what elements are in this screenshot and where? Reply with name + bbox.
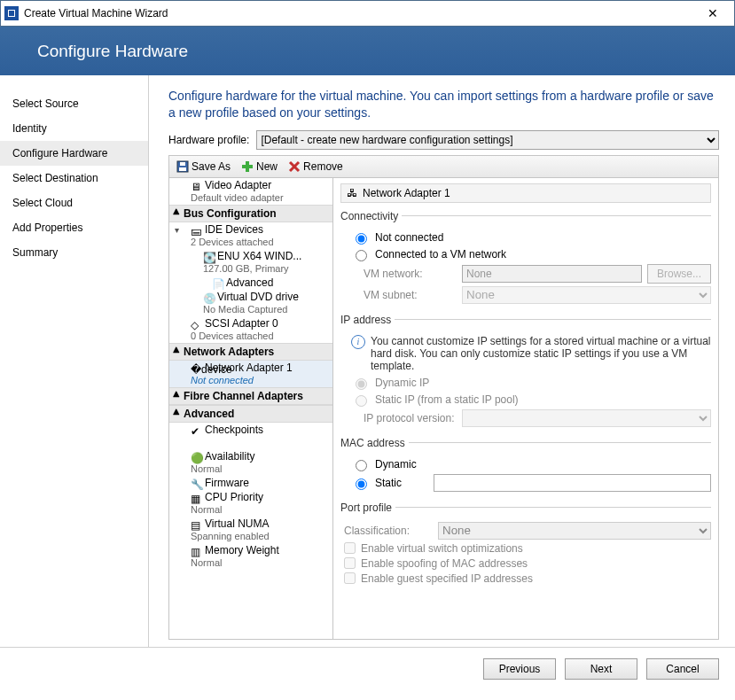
mac-address-field[interactable]	[434, 474, 711, 492]
dvd-icon: 💿	[203, 292, 215, 303]
monitor-icon: 🖥	[191, 181, 203, 191]
group-ip: IP address i You cannot customize IP set…	[340, 314, 711, 430]
radio-connected[interactable]	[356, 250, 367, 261]
hardware-profile-label: Hardware profile:	[168, 134, 249, 146]
step-select-destination[interactable]: Select Destination	[0, 166, 148, 191]
tree-availability[interactable]: 🟢AvailabilityNormal	[169, 449, 332, 476]
cancel-button[interactable]: Cancel	[646, 658, 719, 680]
tree-video-adapter[interactable]: 🖥Video AdapterDefault video adapter	[169, 178, 332, 205]
classification-select[interactable]: None	[438, 522, 711, 540]
radio-not-connected[interactable]	[356, 233, 367, 245]
group-mac: MAC address Dynamic Static	[340, 437, 711, 494]
tree-disk[interactable]: 💽ENU X64 WIND...127.00 GB, Primary	[169, 249, 332, 276]
classification-label: Classification:	[344, 525, 433, 537]
svg-rect-7	[242, 165, 253, 168]
step-select-source[interactable]: Select Source	[0, 91, 148, 116]
details-header: 🖧 Network Adapter 1	[340, 183, 711, 203]
footer: Previous Next Cancel	[0, 647, 735, 689]
ide-icon: 🖴	[191, 225, 203, 236]
tree-bus-config-header[interactable]: Bus Configuration	[169, 205, 332, 222]
chk-mac-spoof	[344, 557, 356, 569]
tree-cpu-priority[interactable]: ▦CPU PriorityNormal	[169, 490, 332, 517]
details-title: Network Adapter 1	[363, 187, 450, 199]
new-button[interactable]: New	[238, 160, 281, 173]
details-panel: 🖧 Network Adapter 1 Connectivity Not con…	[333, 178, 718, 639]
nic-icon: 🖧	[347, 187, 357, 199]
tree-network-header[interactable]: Network Adapters	[169, 343, 332, 361]
tree-checkpoints[interactable]: ✔Checkpoints	[169, 423, 332, 449]
window-title: Create Virtual Machine Wizard	[24, 7, 695, 19]
close-button[interactable]: ✕	[695, 6, 731, 20]
step-summary[interactable]: Summary	[0, 240, 148, 265]
list-icon: 📄	[212, 278, 224, 289]
plus-icon	[241, 160, 254, 173]
ip-proto-label: IP protocol version:	[364, 412, 457, 424]
disk-icon: 💽	[203, 252, 215, 262]
tree-scsi[interactable]: ◇SCSI Adapter 00 Devices attached	[169, 316, 332, 343]
app-icon	[4, 6, 19, 20]
group-connectivity: Connectivity Not connected Connected to …	[340, 210, 711, 307]
vm-subnet-label: VM subnet:	[364, 289, 457, 301]
wizard-steps: Select Source Identity Configure Hardwar…	[0, 75, 149, 647]
banner-title: Configure Hardware	[37, 42, 188, 61]
ip-info-text: You cannot customize IP settings for a s…	[371, 335, 711, 372]
cpu-icon: ▦	[191, 493, 203, 503]
availability-icon: 🟢	[191, 452, 203, 463]
svg-rect-2	[9, 11, 14, 16]
next-button[interactable]: Next	[565, 658, 637, 680]
hardware-profile-select[interactable]: [Default - create new hardware configura…	[256, 130, 719, 150]
tree-nic1[interactable]: �deviceNetwork Adapter 1Not connected	[169, 361, 332, 387]
firmware-icon: 🔧	[191, 478, 203, 489]
page-heading: Configure hardware for the virtual machi…	[168, 88, 719, 121]
radio-static-ip	[356, 395, 367, 407]
vm-network-label: VM network:	[364, 268, 457, 280]
vm-network-field	[462, 265, 642, 283]
vm-subnet-select: None	[462, 286, 711, 304]
memory-icon: ▥	[191, 546, 203, 556]
nic-icon: �device	[191, 363, 203, 374]
radio-mac-static[interactable]	[356, 478, 367, 490]
svg-rect-4	[179, 167, 186, 171]
collapse-icon[interactable]: ▾	[175, 224, 184, 234]
radio-mac-dynamic[interactable]	[356, 460, 367, 471]
tree-advanced[interactable]: 📄Advanced	[169, 276, 332, 290]
tree-advanced-header[interactable]: Advanced	[169, 405, 332, 423]
x-icon	[288, 160, 301, 173]
checkpoint-icon: ✔	[191, 425, 203, 436]
save-icon	[176, 160, 189, 173]
ip-proto-select	[462, 409, 711, 427]
scsi-icon: ◇	[191, 319, 203, 330]
titlebar: Create Virtual Machine Wizard ✕	[0, 0, 735, 27]
banner: Configure Hardware	[0, 27, 735, 75]
step-configure-hardware[interactable]: Configure Hardware	[0, 141, 148, 166]
step-identity[interactable]: Identity	[0, 116, 148, 141]
remove-button[interactable]: Remove	[285, 160, 347, 173]
toolbar: Save As New Remove	[168, 155, 719, 178]
step-select-cloud[interactable]: Select Cloud	[0, 191, 148, 215]
group-port-profile: Port profile Classification: None Enable…	[340, 502, 711, 587]
info-icon: i	[351, 335, 365, 349]
radio-dynamic-ip	[356, 378, 367, 390]
tree-ide-devices[interactable]: ▾ 🖴IDE Devices2 Devices attached	[169, 222, 332, 249]
tree-fc-header[interactable]: Fibre Channel Adapters	[169, 387, 332, 405]
tree-numa[interactable]: ▤Virtual NUMASpanning enabled	[169, 517, 332, 543]
chk-vswitch-opt	[344, 542, 356, 554]
hardware-tree[interactable]: 🖥Video AdapterDefault video adapter Bus …	[169, 178, 333, 639]
chk-guest-ip	[344, 572, 356, 584]
previous-button[interactable]: Previous	[483, 658, 556, 680]
tree-memory-weight[interactable]: ▥Memory WeightNormal	[169, 543, 332, 570]
numa-icon: ▤	[191, 519, 203, 530]
tree-dvd[interactable]: 💿Virtual DVD driveNo Media Captured	[169, 290, 332, 316]
step-add-properties[interactable]: Add Properties	[0, 215, 148, 240]
browse-button: Browse...	[647, 264, 711, 284]
svg-rect-5	[180, 162, 185, 166]
tree-firmware[interactable]: 🔧Firmware	[169, 476, 332, 490]
save-as-button[interactable]: Save As	[173, 160, 234, 173]
